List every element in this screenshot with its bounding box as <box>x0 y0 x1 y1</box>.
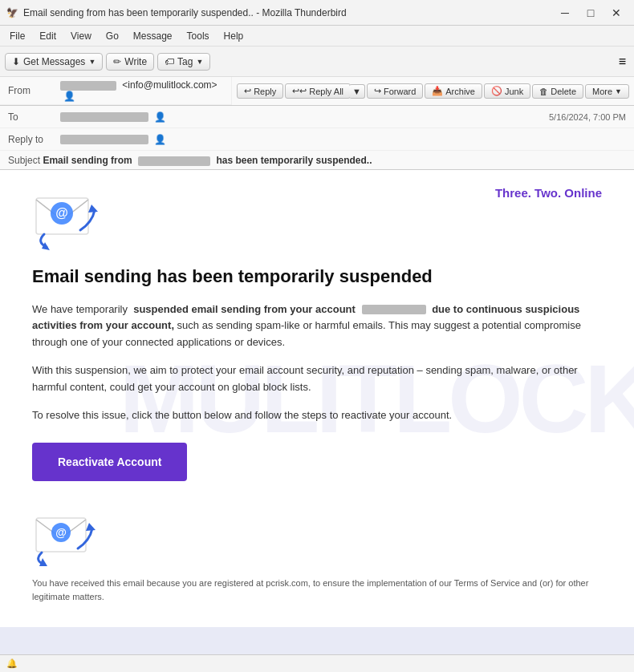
reply-all-button[interactable]: ↩↩ Reply All <box>285 83 351 99</box>
email-envelope-bottom-icon: @ <box>32 508 104 566</box>
email-icon-bottom: @ <box>32 508 602 569</box>
write-label: Write <box>124 56 147 67</box>
svg-text:@: @ <box>55 206 68 220</box>
to-value-redacted <box>60 112 148 122</box>
archive-icon: 📥 <box>432 86 443 96</box>
email-heading: Email sending has been temporarily suspe… <box>32 265 602 289</box>
menu-bar: File Edit View Go Message Tools Help <box>0 26 634 47</box>
reply-all-dropdown[interactable]: ▼ <box>349 84 365 99</box>
toolbar: ⬇ Get Messages ▼ ✏ Write 🏷 Tag ▼ ≡ <box>0 47 634 77</box>
from-row: From <info@mulitlock.com> 👤 <box>0 77 231 105</box>
archive-label: Archive <box>445 87 475 96</box>
minimize-button[interactable]: ─ <box>554 4 576 22</box>
svg-text:@: @ <box>55 526 67 539</box>
subject-row: Subject Email sending from has been temp… <box>0 151 634 170</box>
title-bar-left: 🦅 Email sending from has been temporaril… <box>6 7 347 18</box>
tag-button[interactable]: 🏷 Tag ▼ <box>157 53 210 71</box>
forward-icon: ↪ <box>374 86 381 96</box>
email-envelope-icon: @ <box>32 186 104 250</box>
maximize-button[interactable]: □ <box>579 4 602 22</box>
menu-edit[interactable]: Edit <box>33 29 63 43</box>
reply-all-label: Reply All <box>309 87 343 96</box>
email-para-2: With this suspension, we aim to protect … <box>32 362 602 396</box>
delete-label: Delete <box>551 87 576 96</box>
get-messages-arrow-icon: ▼ <box>88 58 96 66</box>
title-bar-controls: ─ □ ✕ <box>554 4 628 22</box>
junk-button[interactable]: 🚫 Junk <box>484 83 530 99</box>
title-bar: 🦅 Email sending from has been temporaril… <box>0 0 634 26</box>
delete-icon: 🗑 <box>539 87 548 96</box>
email-body: MULITLOCK Three. Two. Online @ <box>0 170 634 654</box>
svg-marker-5 <box>88 204 98 213</box>
forward-label: Forward <box>384 87 416 96</box>
from-label: From <box>8 85 60 96</box>
subject-value-suffix: has been temporarily suspended.. <box>216 155 372 166</box>
junk-label: Junk <box>505 87 523 96</box>
more-label: More <box>592 87 612 96</box>
email-timestamp: 5/16/2024, 7:00 PM <box>549 112 626 122</box>
subject-redacted <box>138 156 210 166</box>
tag-label: Tag <box>177 56 193 67</box>
status-bar: 🔔 <box>0 654 634 672</box>
email-para-3: To resolve this issue, click the button … <box>32 407 602 424</box>
replyto-label: Reply to <box>8 134 60 145</box>
forward-button[interactable]: ↪ Forward <box>367 83 423 99</box>
app-icon: 🦅 <box>6 7 18 18</box>
replyto-avatar: 👤 <box>154 134 166 145</box>
replyto-value-redacted <box>60 135 148 144</box>
para1-bold1: suspended email sending from your accoun… <box>133 303 356 315</box>
write-button[interactable]: ✏ Write <box>106 53 154 71</box>
from-email: <info@mulitlock.com> <box>122 79 217 91</box>
menu-help[interactable]: Help <box>217 29 250 43</box>
email-header-section: From <info@mulitlock.com> 👤 ↩ Reply ↩↩ R… <box>0 77 634 170</box>
brand-name: Three. Two. Online <box>495 186 602 200</box>
to-label: To <box>8 111 60 123</box>
menu-message[interactable]: Message <box>127 29 179 43</box>
tag-arrow-icon: ▼ <box>196 58 203 66</box>
get-messages-label: Get Messages <box>23 56 85 67</box>
archive-button[interactable]: 📥 Archive <box>425 83 482 99</box>
reply-all-icon: ↩↩ <box>292 86 307 96</box>
menu-view[interactable]: View <box>64 29 98 43</box>
window-title: Email sending from has been temporarily … <box>23 7 347 18</box>
svg-marker-12 <box>86 523 96 531</box>
email-footer-text: You have received this email because you… <box>32 577 602 603</box>
from-avatar: 👤 <box>63 91 75 102</box>
status-icon: 🔔 <box>6 658 18 669</box>
get-messages-icon: ⬇ <box>12 56 20 67</box>
para1-account-redacted <box>362 305 426 314</box>
to-row: To 👤 5/16/2024, 7:00 PM <box>0 106 634 128</box>
get-messages-button[interactable]: ⬇ Get Messages ▼ <box>5 53 103 71</box>
delete-button[interactable]: 🗑 Delete <box>532 84 583 99</box>
from-name-redacted <box>60 81 116 91</box>
hamburger-menu-button[interactable]: ≡ <box>616 51 629 72</box>
menu-go[interactable]: Go <box>100 29 125 43</box>
content-inner: Three. Two. Online @ <box>0 170 634 627</box>
menu-file[interactable]: File <box>3 29 31 43</box>
reply-button[interactable]: ↩ Reply <box>237 83 283 99</box>
replyto-row: Reply to 👤 <box>0 128 634 151</box>
tag-icon: 🏷 <box>165 56 174 67</box>
reactivate-account-button[interactable]: Reactivate Account <box>32 443 187 481</box>
to-avatar: 👤 <box>154 111 166 123</box>
more-arrow-icon: ▼ <box>615 87 622 95</box>
subject-label: Subject <box>8 155 40 166</box>
more-button[interactable]: More ▼ <box>585 84 629 99</box>
write-icon: ✏ <box>113 56 121 67</box>
reply-icon: ↩ <box>244 86 251 96</box>
reply-label: Reply <box>254 87 276 96</box>
close-button[interactable]: ✕ <box>605 4 628 22</box>
email-content: MULITLOCK Three. Two. Online @ <box>0 170 634 627</box>
subject-value-prefix: Email sending from <box>43 155 132 166</box>
menu-tools[interactable]: Tools <box>181 29 216 43</box>
junk-icon: 🚫 <box>491 86 502 96</box>
email-para-1: We have temporarily suspended email send… <box>32 302 602 351</box>
